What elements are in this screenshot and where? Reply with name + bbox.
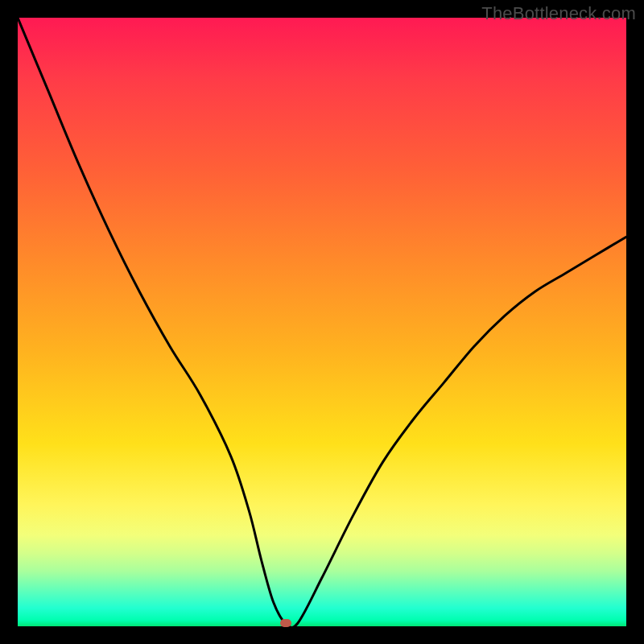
plot-area	[18, 18, 626, 626]
watermark-text: TheBottleneck.com	[481, 3, 636, 24]
minimum-marker	[280, 619, 291, 627]
chart-frame: TheBottleneck.com	[0, 0, 644, 644]
